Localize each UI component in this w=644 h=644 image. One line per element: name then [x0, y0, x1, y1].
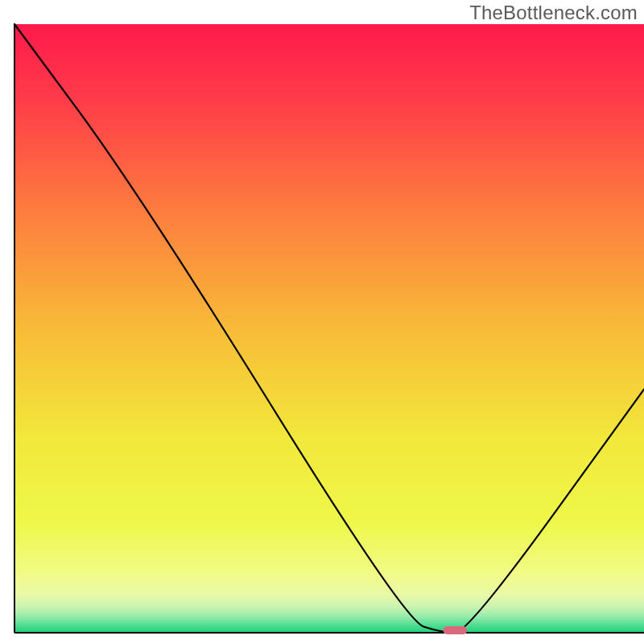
chart-container: TheBottleneck.com: [0, 0, 644, 644]
watermark-text: TheBottleneck.com: [469, 2, 638, 24]
plot-background: [14, 24, 644, 633]
optimal-marker: [444, 626, 468, 634]
bottleneck-chart: [0, 0, 644, 644]
